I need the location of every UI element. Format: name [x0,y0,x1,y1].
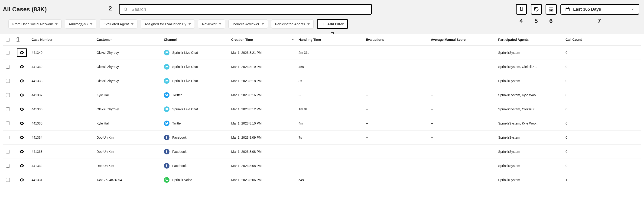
cell-avg-score: -- [428,60,496,74]
cell-handling-time: 7s [296,131,364,145]
preview-button[interactable] [17,133,27,142]
refresh-button[interactable] [531,4,542,14]
preview-button[interactable] [17,91,27,99]
date-range-button[interactable]: Last 365 Days [560,4,639,14]
livechat-icon [164,78,170,84]
filter-chip[interactable]: Assigned for Evaluation By [141,19,195,28]
filter-chip[interactable]: Auditor(QM) [65,19,96,28]
preview-button[interactable] [17,63,27,71]
cell-creation-time: Mar 1, 2023 8:19 PM [229,60,296,74]
cell-evaluations: -- [364,116,428,131]
preview-button[interactable] [17,77,27,85]
cell-call-count: 0 [563,131,641,145]
row-checkbox[interactable] [6,136,10,139]
table-row[interactable]: 441340Oleksii ZhyrovyiSprinklr Live Chat… [3,46,641,60]
row-checkbox[interactable] [6,51,10,54]
search-box[interactable] [119,4,372,14]
row-checkbox[interactable] [6,79,10,83]
cell-customer: Doo Un Kim [94,159,162,173]
sort-icon [519,7,524,12]
cell-handling-time: -- [296,88,364,102]
cell-agents: SprinklrSystem [496,145,563,159]
col-avg-score[interactable]: Average Manual Score [428,34,496,46]
filter-chip[interactable]: Indirect Reviewer [228,19,268,28]
table-row[interactable]: 441339Oleksii ZhyrovyiSprinklr Live Chat… [3,60,641,74]
col-evaluations[interactable]: Evaluations [364,34,428,46]
cell-evaluations: -- [364,46,428,60]
svg-rect-7 [566,8,569,9]
twitter-icon [164,121,170,126]
table-row[interactable]: 441336Oleksii ZhyrovyiSprinklr Live Chat… [3,102,641,116]
row-checkbox[interactable] [6,164,10,168]
columns-icon [548,7,554,12]
facebook-icon [164,135,170,140]
filter-chip[interactable]: Reviewer [198,19,225,28]
annotation-2: 2 [109,5,112,12]
filter-chip[interactable]: Evaluated Agent [100,19,138,28]
cell-case-number: 441331 [29,173,94,187]
table-row[interactable]: 441332Doo Un KimFacebookMar 1, 2023 8:08… [3,159,641,173]
columns-button[interactable] [546,4,557,14]
cell-evaluations: -- [364,74,428,88]
cell-case-number: 441339 [29,60,94,74]
preview-button[interactable] [17,48,27,57]
svg-point-12 [21,52,22,53]
cell-avg-score: -- [428,74,496,88]
col-case-number[interactable]: Case Number [29,34,94,46]
livechat-icon [164,106,170,112]
add-filter-button[interactable]: Add Filter [317,19,348,29]
cell-channel: Sprinklr Live Chat [164,50,226,55]
preview-button[interactable] [17,162,27,170]
sort-desc-icon [292,39,294,40]
col-channel[interactable]: Channel [162,34,229,46]
cell-agents: SprinklrSystem, Kyle Woo... [496,88,563,102]
col-agents[interactable]: Participated Agents [496,34,563,46]
select-all-checkbox[interactable] [6,38,10,41]
calendar-icon [565,7,570,11]
col-handling-time[interactable]: Handling Time [296,34,364,46]
cell-call-count: 0 [563,46,641,60]
cell-channel: Sprinklr Live Chat [164,106,226,112]
row-checkbox[interactable] [6,178,10,182]
cell-call-count: 0 [563,116,641,131]
preview-button[interactable] [17,119,27,128]
livechat-icon [164,64,170,70]
sort-button[interactable] [516,4,527,14]
svg-point-20 [21,165,22,166]
chevron-down-icon [631,7,634,11]
filter-label: Indirect Reviewer [232,22,259,26]
filter-label: From User Social Network [12,22,53,26]
cell-channel: Facebook [164,135,226,140]
table-row[interactable]: 441335Kyle HallTwitterMar 1, 2023 8:10 P… [3,116,641,131]
preview-button[interactable] [17,105,27,113]
page-title: All Cases (83K) [3,6,47,13]
col-creation-time[interactable]: Creation Time [229,34,296,46]
table-row[interactable]: 441337Kyle HallTwitterMar 1, 2023 8:16 P… [3,88,641,102]
cell-agents: SprinklrSystem [496,159,563,173]
chevron-down-icon [219,23,221,25]
cell-customer: Oleksii Zhyrovyi [94,102,162,116]
col-call-count[interactable]: Call Count [563,34,641,46]
filter-chip[interactable]: Participated Agents [271,19,314,28]
preview-button[interactable] [17,176,27,184]
facebook-icon [164,163,170,169]
row-checkbox[interactable] [6,122,10,125]
table-row[interactable]: 441334Doo Un KimFacebookMar 1, 2023 8:09… [3,131,641,145]
table-row[interactable]: 441333Doo Un KimFacebookMar 1, 2023 8:08… [3,145,641,159]
table-row[interactable]: 441331+4917624874094Sprinklr VoiceMar 1,… [3,173,641,187]
cell-channel: Sprinklr Live Chat [164,78,226,84]
col-customer[interactable]: Customer [94,34,162,46]
table-row[interactable]: 441338Oleksii ZhyrovyiSprinklr Live Chat… [3,74,641,88]
cell-handling-time: -- [296,145,364,159]
row-checkbox[interactable] [6,107,10,111]
preview-button[interactable] [17,148,27,156]
filter-chip[interactable]: From User Social Network [8,19,62,28]
row-checkbox[interactable] [6,150,10,154]
row-checkbox[interactable] [6,65,10,69]
cell-handling-time: 1m 8s [296,102,364,116]
cell-channel: Sprinklr Live Chat [164,64,226,70]
cell-evaluations: -- [364,159,428,173]
cell-customer: Oleksii Zhyrovyi [94,60,162,74]
search-input[interactable] [131,6,368,12]
row-checkbox[interactable] [6,93,10,97]
